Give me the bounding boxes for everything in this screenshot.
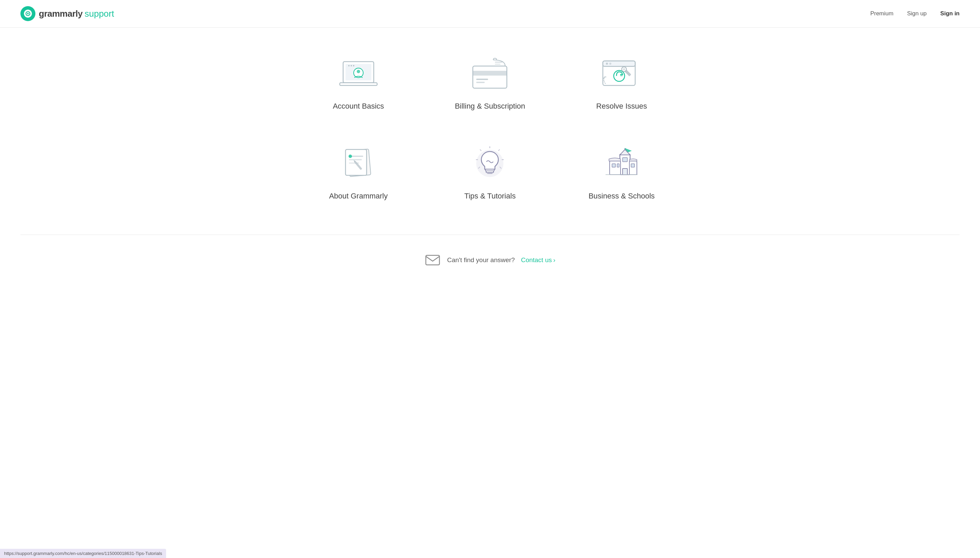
account-basics-label: Account Basics — [333, 102, 384, 111]
category-card-business[interactable]: Business & Schools — [563, 138, 681, 207]
svg-line-36 — [480, 149, 481, 151]
account-basics-icon — [336, 55, 380, 92]
svg-point-3 — [348, 65, 349, 66]
svg-rect-48 — [623, 158, 628, 162]
logo-support: support — [84, 8, 114, 19]
nav-premium[interactable]: Premium — [870, 10, 893, 17]
svg-rect-19 — [620, 75, 623, 76]
resolve-icon — [600, 55, 644, 92]
svg-rect-52 — [623, 169, 628, 175]
status-bar: https://support.grammarly.com/hc/en-us/c… — [0, 549, 166, 558]
svg-rect-34 — [487, 172, 493, 174]
svg-point-7 — [357, 70, 360, 73]
logo-icon — [20, 6, 35, 21]
svg-rect-9 — [473, 71, 507, 75]
nav-signup[interactable]: Sign up — [907, 10, 927, 17]
svg-rect-8 — [473, 66, 507, 88]
svg-rect-46 — [610, 161, 621, 175]
business-label: Business & Schools — [588, 192, 655, 200]
logo-text: grammarly support — [39, 8, 114, 19]
svg-rect-2 — [340, 83, 377, 85]
svg-rect-11 — [476, 82, 485, 83]
svg-rect-54 — [426, 255, 439, 265]
billing-icon — [468, 55, 512, 92]
svg-point-5 — [353, 65, 354, 66]
svg-point-16 — [606, 62, 608, 65]
contact-us-link[interactable]: Contact us › — [521, 256, 555, 264]
about-label: About Grammarly — [329, 192, 388, 200]
svg-rect-50 — [617, 164, 619, 167]
svg-point-4 — [351, 65, 352, 66]
about-icon — [336, 145, 380, 182]
svg-rect-33 — [486, 171, 493, 172]
svg-rect-12 — [495, 62, 502, 62]
footer-text: Can't find your answer? — [447, 256, 515, 264]
svg-line-37 — [498, 149, 500, 151]
nav: Premium Sign up Sign in — [870, 10, 960, 17]
svg-point-28 — [349, 154, 352, 158]
category-card-about[interactable]: About Grammarly — [300, 138, 418, 207]
logo[interactable]: grammarly support — [20, 6, 114, 21]
chevron-right-icon: › — [553, 256, 555, 264]
nav-signin[interactable]: Sign in — [940, 10, 960, 17]
main-content: Account Basics — [286, 28, 695, 235]
svg-rect-26 — [349, 159, 362, 160]
svg-rect-51 — [631, 164, 634, 167]
category-card-resolve[interactable]: Resolve Issues — [563, 48, 681, 117]
logo-brand: grammarly — [39, 8, 82, 19]
svg-rect-49 — [612, 164, 615, 167]
category-card-tips[interactable]: Tips & Tutorials — [431, 138, 549, 207]
category-card-account-basics[interactable]: Account Basics — [300, 48, 418, 117]
svg-point-17 — [609, 62, 611, 65]
svg-rect-10 — [476, 79, 488, 80]
categories-grid: Account Basics — [300, 48, 681, 207]
svg-rect-13 — [495, 64, 500, 65]
mail-icon — [424, 252, 441, 268]
category-card-billing[interactable]: Billing & Subscription — [431, 48, 549, 117]
billing-label: Billing & Subscription — [455, 102, 525, 111]
resolve-label: Resolve Issues — [597, 102, 647, 111]
header: grammarly support Premium Sign up Sign i… — [0, 0, 980, 28]
footer: Can't find your answer? Contact us › — [0, 235, 980, 285]
tips-icon — [468, 145, 512, 182]
svg-rect-47 — [629, 161, 637, 175]
business-icon — [600, 145, 644, 182]
tips-label: Tips & Tutorials — [464, 192, 516, 200]
